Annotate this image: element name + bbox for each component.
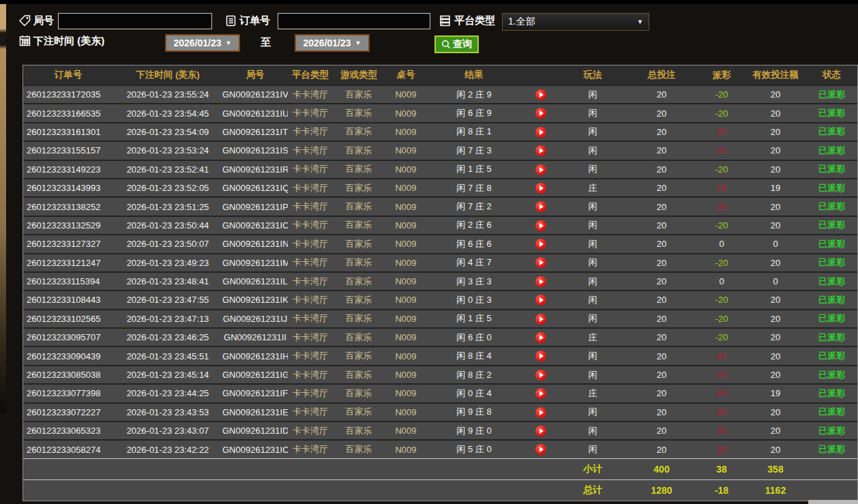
table-number: N009 (385, 89, 427, 100)
replay-cell (521, 406, 561, 418)
order-id: 260123233155157 (23, 145, 113, 155)
bet-play-type: 闲 (561, 125, 625, 138)
game-type: 百家乐 (333, 312, 385, 325)
total-payout: -18 (698, 485, 745, 496)
result-text: 闲 8 庄 4 (427, 350, 521, 362)
table-number: N009 (385, 220, 427, 231)
play-icon (539, 204, 544, 209)
status-badge: 已派彩 (806, 443, 857, 456)
bet-play-type: 闲 (561, 256, 625, 269)
payout-value: 19 (698, 183, 745, 193)
round-id: GN009261231II (222, 332, 288, 342)
round-input[interactable] (58, 13, 212, 29)
replay-cell (521, 220, 561, 231)
bet-time: 2026-01-23 23:47:13 (113, 314, 222, 324)
column-header: 有效投注额 (745, 69, 806, 81)
order-input[interactable] (278, 13, 430, 29)
replay-button[interactable] (535, 89, 546, 100)
replay-button[interactable] (535, 239, 546, 250)
replay-cell (521, 239, 561, 250)
round-id: GN009261231IJ (222, 314, 288, 324)
status-badge: 已派彩 (806, 89, 857, 101)
status-badge: 已派彩 (806, 238, 857, 250)
date-from-picker[interactable]: 2026/01/23 ▼ (165, 34, 240, 52)
platform-type: 卡卡湾厅 (288, 312, 333, 325)
platform-type: 卡卡湾厅 (288, 125, 333, 138)
replay-button[interactable] (535, 108, 546, 119)
replay-cell (521, 369, 561, 381)
valid-bet-value: 20 (745, 89, 806, 100)
bet-time: 2026-01-23 23:49:23 (113, 258, 222, 268)
platform-type: 卡卡湾厅 (288, 443, 333, 456)
payout-value: -20 (698, 314, 745, 324)
replay-cell (521, 444, 561, 456)
replay-button[interactable] (535, 164, 546, 175)
play-icon (539, 447, 544, 452)
platform-type: 卡卡湾厅 (288, 219, 333, 231)
valid-bet-value: 20 (745, 220, 806, 231)
bet-time: 2026-01-23 23:44:25 (113, 388, 222, 398)
platform-select[interactable]: 1.全部 ▼ (502, 13, 649, 31)
result-text: 闲 0 庄 4 (427, 387, 521, 400)
payout-value: 20 (698, 351, 745, 361)
replay-button[interactable] (535, 370, 546, 381)
column-header: 总投注 (625, 69, 698, 81)
game-type: 百家乐 (333, 125, 385, 138)
date-to-value: 2026/01/23 (304, 38, 351, 48)
play-icon (539, 372, 544, 378)
replay-cell (521, 425, 561, 436)
order-id: 260123233090439 (23, 351, 113, 361)
replay-button[interactable] (535, 183, 546, 194)
round-id: GN009261231IM (222, 258, 288, 268)
bet-time: 2026-01-23 23:45:51 (113, 351, 222, 361)
result-text: 闲 1 庄 5 (427, 163, 521, 175)
valid-bet-value: 0 (745, 239, 806, 249)
bet-time: 2026-01-23 23:47:55 (113, 295, 222, 305)
replay-button[interactable] (535, 407, 546, 418)
total-bet-value: 20 (625, 108, 698, 119)
play-icon (539, 241, 544, 247)
bet-play-type: 闲 (561, 276, 625, 288)
replay-button[interactable] (535, 295, 546, 306)
replay-button[interactable] (535, 388, 546, 399)
payout-value: 20 (698, 127, 745, 137)
replay-button[interactable] (535, 127, 546, 138)
game-type: 百家乐 (333, 256, 385, 269)
search-button[interactable]: 查询 (434, 35, 479, 53)
replay-button[interactable] (535, 314, 546, 325)
valid-bet-value: 19 (745, 388, 806, 398)
bet-play-type: 闲 (561, 406, 625, 418)
order-id: 260123233161301 (23, 127, 113, 137)
bet-time: 2026-01-23 23:53:24 (113, 145, 222, 155)
play-icon (539, 297, 544, 303)
replay-button[interactable] (535, 426, 546, 436)
table-row: 260123233172035 2026-01-23 23:55:24 GN00… (23, 85, 857, 103)
bet-play-type: 闲 (561, 201, 625, 213)
replay-button[interactable] (535, 145, 546, 156)
bet-play-type: 庄 (561, 331, 625, 344)
platform-type: 卡卡湾厅 (288, 406, 333, 418)
valid-bet-value: 20 (745, 127, 806, 137)
bet-time-label: 下注时间 (美东) (33, 35, 104, 48)
payout-value: 20 (698, 370, 745, 380)
replay-cell (521, 108, 561, 119)
total-bet: 1280 (625, 485, 698, 496)
status-badge: 已派彩 (806, 425, 857, 437)
round-id: GN009261231IK (222, 295, 288, 305)
date-to-picker[interactable]: 2026/01/23 ▼ (295, 34, 370, 52)
column-header: 游戏类型 (333, 69, 385, 81)
replay-button[interactable] (535, 220, 546, 231)
replay-button[interactable] (535, 276, 546, 287)
table-number: N009 (385, 388, 427, 398)
replay-button[interactable] (535, 444, 546, 455)
replay-button[interactable] (535, 257, 546, 268)
table-body: 260123233172035 2026-01-23 23:55:24 GN00… (23, 85, 857, 458)
scrollbar-fragment[interactable] (808, 500, 858, 504)
orders-table: 订单号下注时间 (美东)局号平台类型游戏类型桌号结果玩法总投注派彩有效投注额状态… (23, 65, 858, 501)
replay-cell (521, 89, 561, 100)
table-number: N009 (385, 108, 427, 119)
replay-button[interactable] (535, 201, 546, 212)
replay-button[interactable] (535, 332, 546, 343)
replay-button[interactable] (535, 351, 546, 361)
search-button-label: 查询 (453, 38, 472, 50)
